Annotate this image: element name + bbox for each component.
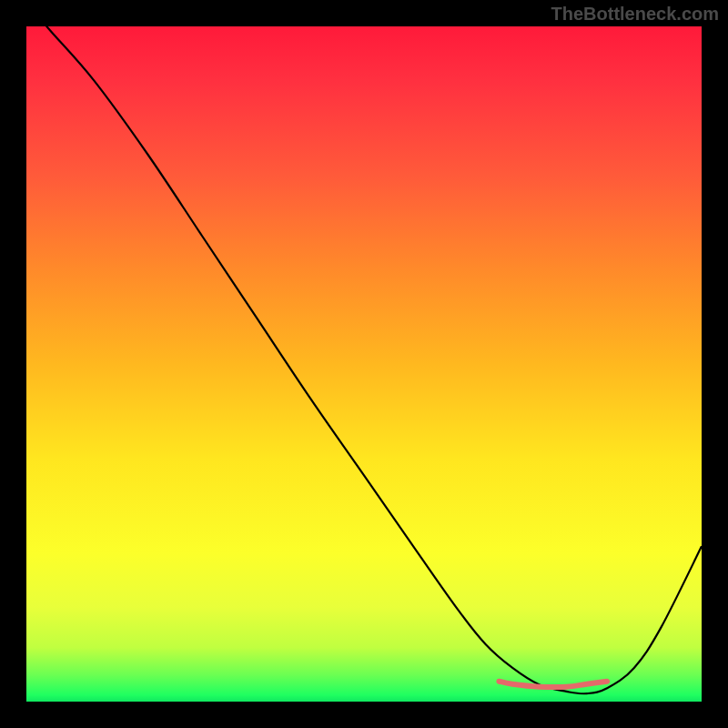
- watermark-text: TheBottleneck.com: [551, 4, 719, 25]
- bottleneck-curve: [26, 26, 702, 693]
- overlay-segment: [499, 682, 607, 687]
- plot-area: [26, 26, 702, 702]
- chart-svg: [26, 26, 702, 702]
